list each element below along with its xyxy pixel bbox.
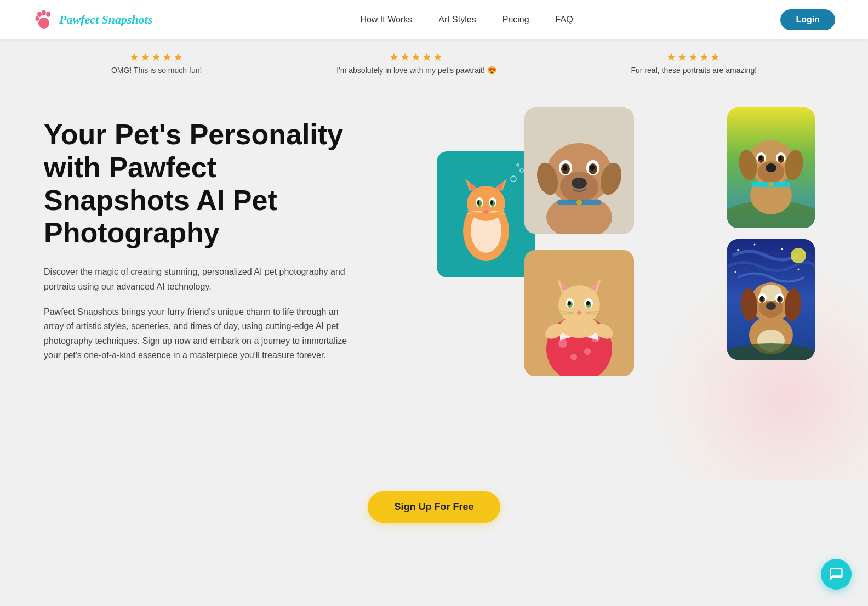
review-item-3: ★★★★★ Fur real, these portraits are amaz… — [631, 50, 757, 75]
svg-point-60 — [586, 301, 590, 305]
nav-item-how-it-works[interactable]: How It Works — [360, 15, 412, 24]
chat-icon — [829, 567, 844, 582]
svg-point-86 — [754, 244, 756, 246]
hero-section: Your Pet's Personality with Pawfect Snap… — [0, 86, 868, 480]
svg-line-63 — [557, 314, 573, 314]
svg-point-1 — [42, 10, 46, 15]
review-text-3: Fur real, these portraits are amazing! — [631, 66, 757, 75]
svg-point-16 — [477, 200, 479, 205]
cat-water-image — [437, 151, 535, 277]
review-item-2: ★★★★★ I'm absolutely in love with my pet… — [336, 50, 496, 75]
hero-description-2: Pawfect Snapshots brings your furry frie… — [44, 305, 351, 363]
svg-point-83 — [769, 182, 773, 186]
svg-point-42 — [576, 200, 582, 205]
navbar: Pawfect Snapshots How It Works Art Style… — [0, 0, 868, 39]
svg-point-91 — [791, 248, 806, 263]
dog-portrait-svg — [524, 107, 634, 234]
svg-point-45 — [558, 339, 567, 348]
hero-left: Your Pet's Personality with Pawfect Snap… — [44, 107, 351, 448]
svg-point-80 — [779, 156, 782, 160]
dog-portrait-image — [524, 107, 634, 234]
svg-point-38 — [572, 178, 587, 189]
svg-point-105 — [766, 302, 776, 310]
svg-point-2 — [46, 12, 50, 17]
hero-title: Your Pet's Personality with Pawfect Snap… — [44, 118, 351, 250]
nav-item-faq[interactable]: FAQ — [556, 15, 573, 24]
svg-point-37 — [590, 165, 595, 171]
svg-point-34 — [563, 165, 567, 171]
review-text-2: I'm absolutely in love with my pet's paw… — [336, 66, 496, 75]
svg-line-65 — [586, 314, 601, 314]
nav-item-pricing[interactable]: Pricing — [502, 15, 529, 24]
svg-point-89 — [798, 269, 800, 270]
hero-right — [351, 107, 824, 448]
svg-point-81 — [766, 163, 776, 172]
review-text-1: OMG! This is so much fun! — [111, 66, 202, 75]
hero-description-1: Discover the magic of creating stunning,… — [44, 265, 351, 294]
nav-item-art-styles[interactable]: Art Styles — [438, 15, 476, 24]
review-item-1: ★★★★★ OMG! This is so much fun! — [111, 50, 202, 75]
svg-point-48 — [584, 348, 591, 355]
svg-point-0 — [37, 12, 42, 17]
login-button[interactable]: Login — [780, 9, 835, 30]
svg-point-85 — [737, 249, 739, 251]
stars-1: ★★★★★ — [129, 50, 184, 64]
svg-point-3 — [36, 16, 39, 21]
svg-point-77 — [759, 156, 762, 160]
signup-container: Sign Up For Free — [0, 480, 868, 545]
nav-links: How It Works Art Styles Pricing FAQ — [360, 15, 573, 25]
art-images-panel — [727, 107, 815, 360]
svg-point-90 — [735, 271, 736, 273]
svg-line-64 — [586, 312, 601, 312]
logo[interactable]: Pawfect Snapshots — [33, 9, 153, 31]
art-beagle-image — [727, 239, 815, 360]
art-dog-image — [727, 107, 815, 228]
svg-point-9 — [467, 186, 505, 221]
svg-point-104 — [778, 296, 781, 301]
paw-icon — [33, 9, 55, 31]
svg-point-101 — [760, 296, 763, 301]
logo-text: Pawfect Snapshots — [59, 13, 153, 27]
reviews-bar: ★★★★★ OMG! This is so much fun! ★★★★★ I'… — [0, 39, 868, 86]
svg-point-19 — [490, 200, 493, 205]
svg-point-87 — [781, 248, 783, 250]
svg-point-4 — [38, 18, 49, 29]
svg-point-47 — [570, 354, 577, 360]
svg-line-62 — [557, 312, 573, 312]
cat-water-svg — [437, 151, 535, 277]
chat-bubble-button[interactable] — [821, 559, 852, 590]
cat-kimono-svg — [524, 250, 634, 376]
signup-button[interactable]: Sign Up For Free — [368, 491, 500, 523]
cat-kimono-image — [524, 250, 634, 376]
art-dog-svg — [727, 107, 815, 228]
art-beagle-svg — [727, 239, 815, 360]
stars-2: ★★★★★ — [389, 50, 444, 64]
images-grid — [437, 107, 738, 448]
svg-point-57 — [568, 301, 571, 305]
stars-3: ★★★★★ — [666, 50, 721, 64]
